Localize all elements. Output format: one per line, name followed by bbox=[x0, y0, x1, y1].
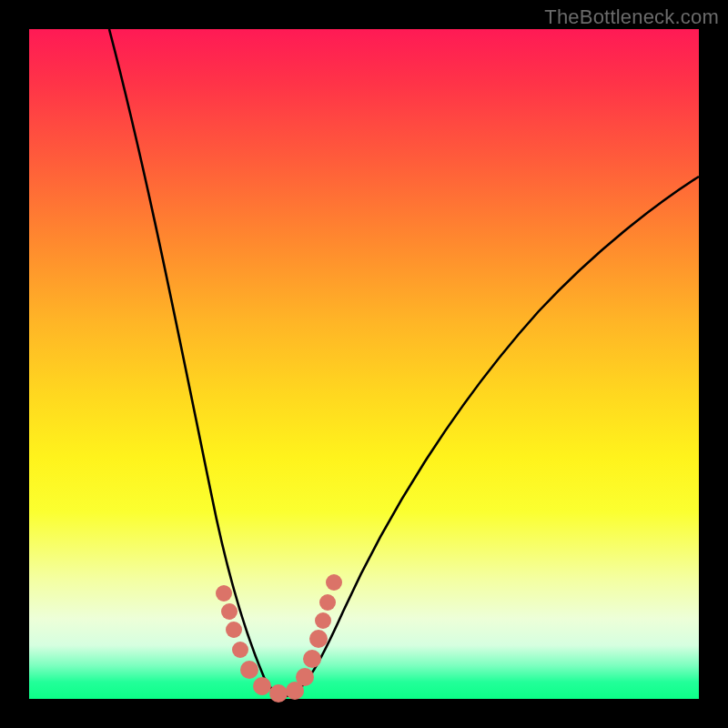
watermark-text: TheBottleneck.com bbox=[544, 5, 719, 29]
svg-point-4 bbox=[240, 661, 258, 679]
svg-point-9 bbox=[303, 650, 321, 668]
svg-point-5 bbox=[253, 677, 271, 695]
svg-point-12 bbox=[319, 594, 336, 611]
svg-point-11 bbox=[315, 612, 331, 629]
curve-left bbox=[109, 29, 286, 696]
curve-layer bbox=[29, 29, 699, 699]
svg-point-6 bbox=[269, 684, 288, 703]
svg-point-10 bbox=[309, 630, 328, 648]
svg-point-2 bbox=[226, 622, 242, 638]
svg-point-1 bbox=[221, 603, 238, 620]
curve-right bbox=[286, 177, 699, 696]
svg-point-13 bbox=[326, 574, 342, 591]
plot-area bbox=[29, 29, 699, 699]
svg-point-0 bbox=[216, 585, 232, 602]
chart-frame: TheBottleneck.com bbox=[0, 0, 728, 728]
svg-point-3 bbox=[232, 642, 248, 658]
svg-point-8 bbox=[296, 668, 314, 686]
